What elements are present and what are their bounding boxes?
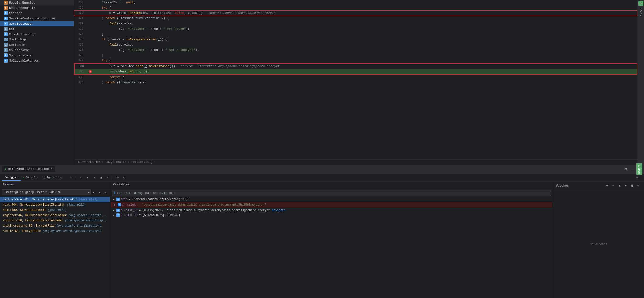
minimize-button[interactable]: − [630, 166, 636, 172]
line-gutter-13: ▶ [87, 69, 94, 74]
toolbar-btn-up2[interactable]: ⬆ [92, 175, 97, 181]
watch-up-btn[interactable]: ▲ [617, 183, 622, 189]
maven-tab[interactable]: Maven [638, 6, 644, 18]
frame-item-1[interactable]: next:404, ServiceLoader$LazyIterator (ja… [0, 202, 110, 207]
sidebar-item-scanner[interactable]: CScanner [0, 11, 74, 16]
frame-dropdown[interactable]: "main"@1 in group "main": RUNNING [2, 189, 91, 195]
var-item-2[interactable]: ▶≡c (slot_2) = {Class@7029} "class com.e… [110, 208, 553, 213]
sidebar-item-serviceconfigurationerror[interactable]: CServiceConfigurationError [0, 16, 74, 21]
app-tab-close[interactable]: × [50, 167, 52, 171]
code-line-0: 368 Class<?> c = null; [74, 0, 637, 5]
frame-item-2[interactable]: next:480, ServiceLoader$1 (java.util) [0, 207, 110, 213]
line-gutter-6 [86, 32, 93, 37]
sidebar-icon-serviceloader: C [4, 22, 8, 26]
var-expand-1[interactable]: ▶ [113, 203, 116, 206]
sidebar-item-splittablerandom[interactable]: CSplittableRandom [0, 58, 74, 63]
codota-tab[interactable]: Codota [636, 163, 642, 175]
code-line-15: 383 } catch (Throwable x) { [74, 80, 637, 85]
line-number-6: 374 [74, 32, 86, 37]
code-line-13: 381▶ providers.put(cn, p); [74, 69, 637, 75]
line-number-7: 375 [74, 37, 86, 42]
variables-panel: Variables ℹVariables debug info not avai… [110, 182, 553, 298]
watch-remove-btn[interactable]: − [610, 183, 616, 189]
line-gutter-9 [86, 48, 93, 53]
watch-down-btn[interactable]: ▼ [623, 183, 629, 189]
var-name-1: cn (slot_ [122, 203, 138, 206]
line-gutter-8 [86, 42, 93, 48]
var-item-3[interactable]: ▶≡p (slot_3) = {Sha256Encryptor@7033} [110, 213, 553, 217]
sidebar-item-set[interactable]: ISet [0, 26, 74, 32]
code-line-3: 371 } catch (ClassNotFoundException x) { [74, 16, 637, 21]
toolbar-btn-reload[interactable]: ↺ [98, 175, 104, 181]
settings-button[interactable]: ⚙ [623, 166, 629, 172]
maven-icon[interactable]: m [638, 1, 643, 6]
line-content-11: try { [93, 58, 637, 63]
debug-toolbar-icons: ≡ ⬆ ⬇ ⬆ ↺ ↷ ⊞ ⊟ [68, 175, 127, 181]
app-tab[interactable]: ▶ DemoMybatisApplication × [2, 166, 55, 172]
sidebar-item-spliterator[interactable]: ISpliterator [0, 48, 74, 53]
frame-down-btn[interactable]: ▼ [96, 189, 102, 195]
code-line-5: 373 msg: "Provider " + cn + " not found"… [74, 26, 637, 32]
code-editor[interactable]: 368 Class<?> c = null;369 try {370 c = C… [74, 0, 637, 159]
sidebar-item-resourcebundle[interactable]: RResourceBundle [0, 5, 74, 11]
var-expand-0[interactable]: ▶ [112, 198, 116, 201]
var-item-0[interactable]: ▶≡this = {ServiceLoader$LazyIterator@703… [110, 197, 553, 202]
toolbar-btn-cols[interactable]: ⊟ [122, 175, 127, 181]
var-expand-2[interactable]: ▶ [112, 209, 116, 212]
frame-filter-btn[interactable]: ▽ [102, 189, 108, 195]
frame-item-6[interactable]: <init>:62, EncryptRule (org.apache.shard… [0, 228, 110, 234]
console-tab[interactable]: ▶Console [20, 175, 40, 180]
sidebar-label-spliterator: Spliterator [9, 48, 30, 52]
watch-add-btn[interactable]: + [604, 183, 610, 189]
toolbar-btn-up1[interactable]: ⬆ [78, 175, 84, 181]
toolbar-btn-list[interactable]: ≡ [68, 175, 74, 181]
frame-selector[interactable]: "main"@1 in group "main": RUNNING ▲ ▼ ▽ [0, 188, 110, 197]
endpoints-tab[interactable]: ⟨⟩Endpoints [40, 175, 64, 180]
line-content-5: msg: "Provider " + cn + " not found"); [93, 26, 637, 32]
line-number-3: 371 [74, 16, 86, 21]
line-gutter-4 [86, 21, 93, 26]
sidebar-icon-sortedmap: I [4, 38, 8, 42]
breakpoint-marker-13: ▶ [88, 70, 92, 73]
sidebar-item-regularenumset[interactable]: RRegularEnumSet [0, 0, 74, 5]
toolbar-btn-grid[interactable]: ⊞ [115, 175, 120, 181]
var-navigate-2[interactable]: Navigate [272, 209, 286, 212]
line-number-0: 368 [74, 0, 86, 5]
sidebar-item-simpletimezone[interactable]: CSimpleTimeZone [0, 32, 74, 37]
sidebar-icon-splittablerandom: C [4, 59, 8, 63]
toolbar-btn-layout[interactable]: ⊞ [634, 175, 640, 181]
sidebar-label-serviceconfigurationerror: ServiceConfigurationError [9, 17, 56, 20]
app-tab-icon: ▶ [5, 167, 6, 171]
frame-item-3[interactable]: register:46, NewInstanceServiceLoader (o… [0, 213, 110, 218]
frame-item-0[interactable]: nextService:381, ServiceLoader$LazyItera… [0, 197, 110, 202]
var-expand-3[interactable]: ▶ [112, 213, 116, 217]
line-gutter-15 [86, 80, 93, 85]
watches-header: Watches + − ▲ ▼ ⧉ ∞ [553, 182, 644, 190]
line-number-1: 369 [74, 5, 86, 11]
frame-up-btn[interactable]: ▲ [91, 189, 96, 195]
sidebar-label-sortedset: SortedSet [9, 43, 26, 47]
sidebar-icon-serviceconfigurationerror: C [4, 17, 8, 20]
line-number-11: 379 [74, 58, 86, 63]
code-line-2: 370 c = Class.forName(cn, initialize: fa… [74, 11, 637, 16]
maven-sidebar: m Maven [637, 0, 644, 165]
line-content-3: } catch (ClassNotFoundException x) { [93, 16, 637, 21]
sidebar-icon-set: I [4, 27, 8, 31]
sidebar-item-serviceloader[interactable]: CServiceLoader [0, 21, 74, 26]
toolbar-btn-down1[interactable]: ⬇ [85, 175, 90, 181]
sidebar-item-sortedmap[interactable]: ISortedMap [0, 37, 74, 42]
sidebar-label-splittablerandom: SplittableRandom [9, 59, 39, 63]
var-item-1[interactable]: ▶≡cn (slot_ = "com.example.mybatis.demom… [111, 202, 552, 207]
line-gutter-12 [87, 64, 94, 69]
watch-loop-btn[interactable]: ∞ [636, 183, 641, 189]
toolbar-btn-step[interactable]: ↷ [105, 175, 110, 181]
sidebar-item-sortedset[interactable]: ISortedSet [0, 42, 74, 48]
sidebar-item-spliterators[interactable]: CSpliterators [0, 53, 74, 58]
frame-item-5[interactable]: initEncryptors:86, EncryptRule (org.apac… [0, 223, 110, 228]
sidebar-icon-spliterator: I [4, 48, 8, 52]
frame-item-4[interactable]: <clinit>:30, EncryptorServiceLoader (org… [0, 218, 110, 223]
watch-copy-btn[interactable]: ⧉ [629, 183, 635, 189]
toolbar-sep-1 [76, 176, 76, 180]
debugger-tab[interactable]: Debugger [2, 175, 20, 181]
var-value-1: = "com.example.mybatis.demomybatis.shard… [138, 203, 266, 206]
